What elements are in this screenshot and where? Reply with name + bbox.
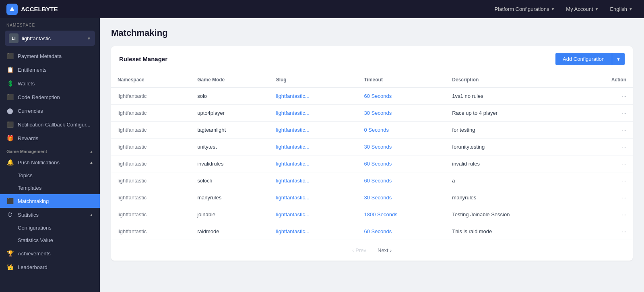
logo-icon: [6, 4, 18, 15]
language-chevron-icon: ▼: [629, 7, 633, 11]
cell-game-mode: tagteamlight: [191, 122, 269, 139]
game-management-chevron-icon: ▲: [89, 149, 93, 154]
configurations-label: Configurations: [18, 225, 52, 231]
cell-slug[interactable]: lightfantastic...: [270, 172, 358, 189]
table-body: lightfantastic solo lightfantastic... 60…: [111, 88, 633, 240]
cell-timeout: 30 Seconds: [357, 189, 446, 206]
sidebar-item-rewards[interactable]: 🎁 Rewards: [0, 131, 100, 145]
sidebar-sub-item-topics[interactable]: Topics: [0, 169, 100, 182]
my-account-button[interactable]: My Account ▼: [561, 4, 603, 14]
templates-label: Templates: [18, 185, 41, 191]
sidebar-sub-item-templates[interactable]: Templates: [0, 182, 100, 194]
sidebar-item-payment-metadata[interactable]: ⬛ Payment Metadata: [0, 49, 100, 63]
sidebar-item-code-redemption[interactable]: ⬛ Code Redemption: [0, 90, 100, 104]
cell-action[interactable]: ···: [580, 155, 633, 172]
cell-description: This is raid mode: [446, 223, 580, 240]
cell-timeout: 1800 Seconds: [357, 206, 446, 223]
sidebar-item-label: Currencies: [18, 108, 43, 114]
sidebar-item-label: Payment Metadata: [18, 53, 62, 59]
col-timeout: Timeout: [357, 72, 446, 88]
cell-action[interactable]: ···: [580, 122, 633, 139]
wallets-icon: 💲: [6, 80, 14, 87]
cell-game-mode: solocli: [191, 172, 269, 189]
cell-timeout: 60 Seconds: [357, 155, 446, 172]
add-configuration-button[interactable]: Add Configuration: [555, 53, 612, 65]
sidebar-item-label: Rewards: [18, 135, 38, 141]
header-actions: Add Configuration ▼: [555, 53, 625, 65]
sidebar-item-notification-callback[interactable]: ⬛ Notification Callback Configur...: [0, 118, 100, 131]
cell-action[interactable]: ···: [580, 88, 633, 105]
namespace-selector[interactable]: LI lightfantastic ▼: [5, 31, 95, 46]
sidebar-sub-item-statistics-value[interactable]: Statistics Value: [0, 234, 100, 246]
achievements-icon: 🏆: [6, 250, 14, 257]
table-row: lightfantastic solocli lightfantastic...…: [111, 172, 633, 189]
cell-action[interactable]: ···: [580, 105, 633, 122]
statistics-label: Statistics: [18, 212, 39, 218]
sidebar-item-entitlements[interactable]: 📋 Entitlements: [0, 63, 100, 77]
statistics-icon: ⏱: [6, 211, 14, 218]
table-row: lightfantastic joinable lightfantastic..…: [111, 206, 633, 223]
entitlements-icon: 📋: [6, 66, 14, 73]
sidebar-item-matchmaking[interactable]: ⬛ Matchmaking: [0, 194, 100, 208]
payment-metadata-icon: ⬛: [6, 53, 14, 59]
cell-action[interactable]: ···: [580, 189, 633, 206]
cell-action[interactable]: ···: [580, 206, 633, 223]
my-account-chevron-icon: ▼: [595, 7, 599, 11]
cell-description: for testing: [446, 122, 580, 139]
leaderboard-label: Leaderboard: [18, 264, 47, 270]
topics-label: Topics: [18, 172, 33, 178]
add-configuration-dropdown-button[interactable]: ▼: [612, 53, 625, 65]
namespace-name: lightfantastic: [22, 35, 84, 41]
sidebar-item-label: Wallets: [18, 81, 35, 87]
cell-slug[interactable]: lightfantastic...: [270, 88, 358, 105]
next-chevron-icon: ›: [390, 247, 392, 253]
col-description: Description: [446, 72, 580, 88]
sidebar-item-statistics[interactable]: ⏱ Statistics ▲: [0, 208, 100, 222]
sidebar-item-leaderboard[interactable]: 👑 Leaderboard: [0, 260, 100, 274]
cell-timeout: 60 Seconds: [357, 223, 446, 240]
cell-action[interactable]: ···: [580, 223, 633, 240]
table-row: lightfantastic upto4player lightfantasti…: [111, 105, 633, 122]
top-nav-right: Platform Configurations ▼ My Account ▼ E…: [490, 4, 638, 14]
sidebar-item-wallets[interactable]: 💲 Wallets: [0, 77, 100, 90]
main-layout: NAMESPACE LI lightfantastic ▼ ⬛ Payment …: [0, 18, 644, 292]
cell-namespace: lightfantastic: [111, 139, 191, 155]
table-row: lightfantastic raidmode lightfantastic..…: [111, 223, 633, 240]
cell-action[interactable]: ···: [580, 172, 633, 189]
cell-timeout: 60 Seconds: [357, 88, 446, 105]
platform-config-button[interactable]: Platform Configurations ▼: [490, 4, 560, 14]
sidebar-item-label: Code Redemption: [18, 94, 60, 100]
cell-action[interactable]: ···: [580, 139, 633, 155]
cell-slug[interactable]: lightfantastic...: [270, 206, 358, 223]
sidebar-item-push-notifications[interactable]: 🔔 Push Notifications ▲: [0, 155, 100, 169]
table-row: lightfantastic tagteamlight lightfantast…: [111, 122, 633, 139]
svg-point-0: [11, 8, 13, 10]
sidebar-sub-item-configurations[interactable]: Configurations: [0, 222, 100, 234]
cell-slug[interactable]: lightfantastic...: [270, 139, 358, 155]
ruleset-manager-card: Ruleset Manager Add Configuration ▼ Name…: [111, 46, 633, 261]
cell-slug[interactable]: lightfantastic...: [270, 189, 358, 206]
language-button[interactable]: English ▼: [605, 4, 638, 14]
statistics-chevron-icon: ▲: [89, 213, 93, 217]
game-management-section: Game Management ▲: [0, 145, 100, 155]
sidebar-item-label: Notification Callback Configur...: [18, 122, 91, 128]
top-navigation: ACCELBYTE Platform Configurations ▼ My A…: [0, 0, 644, 18]
currencies-icon: ⬤: [6, 108, 14, 114]
cell-description: Race up to 4 player: [446, 105, 580, 122]
cell-slug[interactable]: lightfantastic...: [270, 105, 358, 122]
prev-button[interactable]: ‹ Prev: [349, 246, 369, 255]
sidebar-item-achievements[interactable]: 🏆 Achievements: [0, 246, 100, 260]
cell-description: forunitytesting: [446, 139, 580, 155]
cell-description: Testing Joinable Session: [446, 206, 580, 223]
cell-slug[interactable]: lightfantastic...: [270, 155, 358, 172]
ruleset-table: Namespace Game Mode Slug Timeout Descrip…: [111, 72, 633, 240]
main-content: Matchmaking Ruleset Manager Add Configur…: [100, 18, 644, 292]
next-button[interactable]: Next ›: [374, 246, 395, 255]
code-redemption-icon: ⬛: [6, 94, 14, 100]
cell-timeout: 30 Seconds: [357, 105, 446, 122]
achievements-label: Achievements: [18, 251, 51, 257]
sidebar-item-currencies[interactable]: ⬤ Currencies: [0, 104, 100, 118]
cell-slug[interactable]: lightfantastic...: [270, 122, 358, 139]
sidebar: NAMESPACE LI lightfantastic ▼ ⬛ Payment …: [0, 18, 100, 292]
cell-slug[interactable]: lightfantastic...: [270, 223, 358, 240]
